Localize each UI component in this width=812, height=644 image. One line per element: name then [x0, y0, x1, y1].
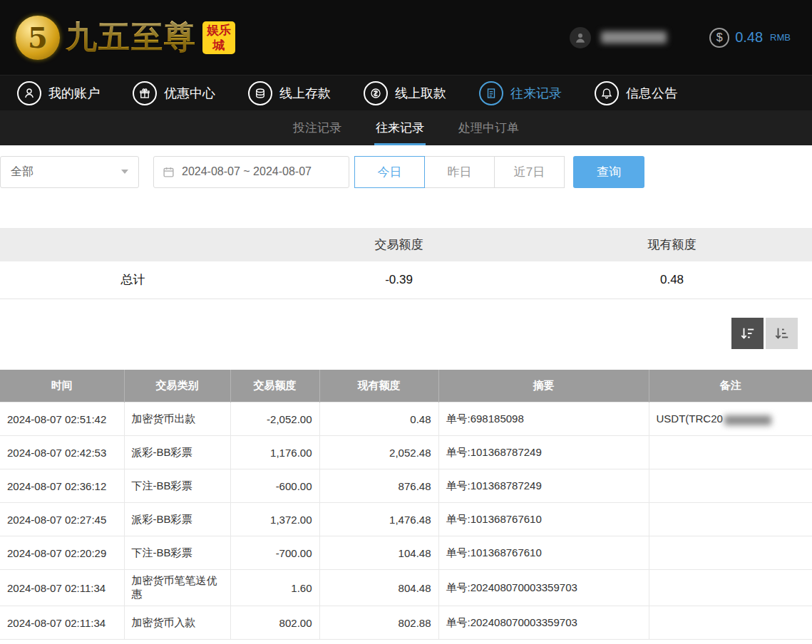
logo-coin-icon: 5 — [16, 16, 60, 60]
sub-nav: 投注记录 往来记录 处理中订单 — [0, 110, 812, 145]
nav-item-withdraw[interactable]: 线上取款 — [364, 81, 446, 105]
nav-label: 优惠中心 — [164, 85, 215, 102]
cell-time: 2024-08-07 02:11:34 — [0, 570, 124, 606]
nav-item-announcements[interactable]: 信息公告 — [595, 81, 677, 105]
date-range-value: 2024-08-07 ~ 2024-08-07 — [182, 165, 312, 178]
table-row: 2024-08-07 02:11:34 加密货币笔笔送优惠 1.60 804.4… — [0, 570, 812, 606]
site-logo[interactable]: 5 九五至尊 娱乐城 — [16, 16, 235, 60]
cell-remark — [649, 469, 812, 503]
cell-balance: 802.88 — [319, 606, 438, 640]
nav-item-records[interactable]: 往来记录 — [479, 81, 562, 105]
col-header-balance: 现有额度 — [319, 370, 438, 402]
cell-amount: -600.00 — [230, 469, 319, 503]
col-header-amount: 交易额度 — [230, 370, 319, 402]
user-icon — [17, 81, 41, 105]
cell-amount: -2,052.00 — [230, 402, 319, 436]
cell-summary: 单号:698185098 — [438, 402, 649, 436]
summary-col-balance: 现有额度 — [532, 228, 812, 261]
col-header-summary: 摘要 — [438, 370, 649, 402]
date-range-input[interactable]: 2024-08-07 ~ 2024-08-07 — [153, 156, 349, 188]
cell-type: 下注-BB彩票 — [124, 536, 230, 570]
cell-summary: 单号:101368787249 — [438, 469, 649, 503]
nav-item-my-account[interactable]: 我的账户 — [17, 81, 100, 105]
gift-icon — [133, 81, 157, 105]
cell-type: 派彩-BB彩票 — [124, 503, 230, 536]
nav-label: 信息公告 — [626, 85, 677, 102]
nav-item-deposit[interactable]: 线上存款 — [248, 81, 331, 105]
cell-balance: 0.48 — [319, 402, 438, 436]
cell-amount: 1.60 — [230, 570, 319, 606]
today-button[interactable]: 今日 — [354, 156, 425, 188]
cell-summary: 单号:101368767610 — [438, 503, 649, 536]
bell-icon — [595, 81, 619, 105]
yesterday-button[interactable]: 昨日 — [424, 156, 495, 188]
cell-balance: 104.48 — [319, 536, 438, 570]
cell-amount: 1,372.00 — [230, 503, 319, 536]
username-redacted — [601, 31, 667, 43]
tab-label: 往来记录 — [376, 120, 424, 136]
cell-balance: 876.48 — [319, 469, 438, 503]
cell-time: 2024-08-07 02:27:45 — [0, 503, 124, 536]
tab-processing-orders[interactable]: 处理中订单 — [457, 110, 520, 145]
cell-summary: 单号:101368787249 — [438, 436, 649, 469]
cell-amount: -700.00 — [230, 536, 319, 570]
summary-col-transaction: 交易额度 — [266, 228, 532, 261]
transactions-table: 时间 交易类别 交易额度 现有额度 摘要 备注 2024-08-07 02:51… — [0, 370, 812, 640]
cell-balance: 804.48 — [319, 570, 438, 606]
search-button[interactable]: 查询 — [573, 156, 644, 188]
logo-text: 九五至尊 — [66, 16, 197, 58]
balance-display[interactable]: $ 0.48 RMB — [709, 28, 791, 48]
withdraw-icon — [364, 81, 388, 105]
filter-bar: 全部 2024-08-07 ~ 2024-08-07 今日 昨日 近7日 查询 — [0, 155, 812, 188]
col-header-type: 交易类别 — [124, 370, 230, 402]
last7days-button[interactable]: 近7日 — [494, 156, 565, 188]
table-row: 2024-08-07 02:20:29 下注-BB彩票 -700.00 104.… — [0, 536, 812, 570]
avatar[interactable] — [570, 27, 591, 48]
nav-label: 我的账户 — [48, 85, 100, 102]
cell-remark — [649, 606, 812, 640]
dollar-icon: $ — [709, 28, 729, 48]
user-avatar-icon — [574, 31, 587, 44]
cell-time: 2024-08-07 02:11:34 — [0, 606, 124, 640]
calendar-icon — [163, 166, 175, 178]
cell-time: 2024-08-07 02:20:29 — [0, 536, 124, 570]
cell-remark — [649, 503, 812, 536]
tab-betting-records[interactable]: 投注记录 — [292, 110, 343, 145]
table-row: 2024-08-07 02:51:42 加密货币出款 -2,052.00 0.4… — [0, 402, 812, 436]
balance-currency: RMB — [770, 32, 791, 43]
cell-type: 加密货币出款 — [124, 402, 230, 436]
cell-summary: 单号:202408070003359703 — [438, 570, 649, 606]
cell-balance: 1,476.48 — [319, 503, 438, 536]
tab-label: 处理中订单 — [458, 120, 519, 136]
chevron-down-icon — [121, 170, 128, 174]
cell-amount: 1,176.00 — [230, 436, 319, 469]
col-header-time: 时间 — [0, 370, 124, 402]
nav-label: 往来记录 — [510, 85, 562, 102]
quick-range-group: 今日 昨日 近7日 — [355, 156, 565, 188]
cell-balance: 2,052.48 — [319, 436, 438, 469]
cell-type: 加密货币入款 — [124, 606, 230, 640]
summary-transaction-amount: -0.39 — [266, 261, 532, 298]
cell-time: 2024-08-07 02:51:42 — [0, 402, 124, 436]
sort-ascending-button[interactable] — [766, 318, 798, 349]
main-nav: 我的账户 优惠中心 线上存款 线上取款 往来记录 信息公告 — [0, 75, 812, 110]
type-select[interactable]: 全部 — [0, 156, 139, 188]
balance-amount: 0.48 — [735, 29, 763, 46]
sort-ascending-icon — [774, 326, 790, 341]
summary-total-row: 总计 -0.39 0.48 — [0, 261, 812, 298]
records-icon — [479, 81, 503, 105]
remark-text: USDT(TRC20 — [657, 412, 723, 425]
nav-item-promotions[interactable]: 优惠中心 — [133, 81, 215, 105]
cell-remark — [649, 570, 812, 606]
sort-descending-button[interactable] — [731, 318, 764, 349]
cell-time: 2024-08-07 02:36:12 — [0, 469, 124, 503]
table-row: 2024-08-07 02:36:12 下注-BB彩票 -600.00 876.… — [0, 469, 812, 503]
cell-type: 下注-BB彩票 — [124, 469, 230, 503]
top-header: 5 九五至尊 娱乐城 $ 0.48 RMB — [0, 0, 812, 75]
table-row: 2024-08-07 02:27:45 派彩-BB彩票 1,372.00 1,4… — [0, 503, 812, 536]
cell-type: 加密货币笔笔送优惠 — [124, 570, 230, 606]
summary-empty-header — [0, 228, 266, 261]
tab-transaction-records[interactable]: 往来记录 — [374, 110, 426, 145]
cell-remark — [649, 536, 812, 570]
sort-descending-icon — [740, 326, 756, 341]
